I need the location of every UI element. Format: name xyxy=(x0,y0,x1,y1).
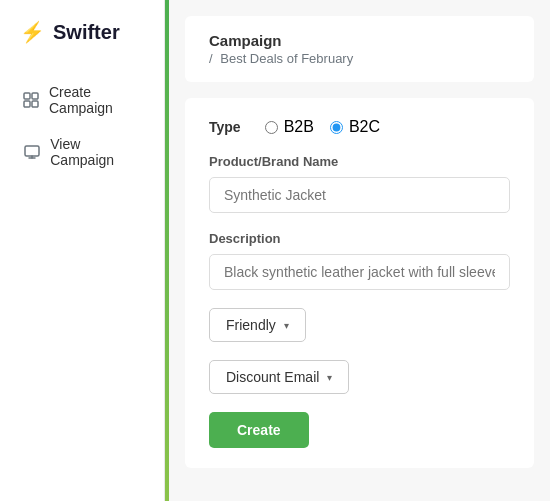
logo-icon: ⚡ xyxy=(20,20,45,44)
radio-b2c-label: B2C xyxy=(349,118,380,136)
tone-dropdown-arrow-icon: ▾ xyxy=(284,320,289,331)
radio-b2b[interactable]: B2B xyxy=(265,118,314,136)
tone-dropdown-container: Friendly ▾ xyxy=(209,308,510,342)
type-row: Type B2B B2C xyxy=(209,118,510,136)
svg-rect-2 xyxy=(24,101,30,107)
radio-b2c-input[interactable] xyxy=(330,121,343,134)
sidebar-item-view-campaign[interactable]: View Campaign xyxy=(0,126,164,178)
grid-icon xyxy=(23,91,39,109)
tone-dropdown-label: Friendly xyxy=(226,317,276,333)
monitor-icon xyxy=(23,143,40,161)
sidebar-item-create-campaign[interactable]: Create Campaign xyxy=(0,74,164,126)
create-button[interactable]: Create xyxy=(209,412,309,448)
product-brand-input[interactable] xyxy=(209,177,510,213)
main-content: Campaign / Best Deals of February Type B… xyxy=(169,0,550,501)
breadcrumb-separator: / xyxy=(209,51,213,66)
radio-b2b-input[interactable] xyxy=(265,121,278,134)
breadcrumb-sub: / Best Deals of February xyxy=(209,51,510,66)
form-card: Type B2B B2C Product/Brand Name Descript… xyxy=(185,98,534,468)
email-type-dropdown[interactable]: Discount Email ▾ xyxy=(209,360,349,394)
breadcrumb-sub-text: Best Deals of February xyxy=(220,51,353,66)
radio-b2c[interactable]: B2C xyxy=(330,118,380,136)
svg-rect-1 xyxy=(32,93,38,99)
sidebar-item-create-campaign-label: Create Campaign xyxy=(49,84,144,116)
svg-rect-0 xyxy=(24,93,30,99)
create-button-container: Create xyxy=(209,412,510,448)
radio-b2b-label: B2B xyxy=(284,118,314,136)
svg-rect-3 xyxy=(32,101,38,107)
email-type-dropdown-container: Discount Email ▾ xyxy=(209,360,510,394)
type-label: Type xyxy=(209,119,241,135)
create-button-label: Create xyxy=(237,422,281,438)
description-input[interactable] xyxy=(209,254,510,290)
product-brand-group: Product/Brand Name xyxy=(209,154,510,213)
email-type-dropdown-arrow-icon: ▾ xyxy=(327,372,332,383)
breadcrumb: Campaign / Best Deals of February xyxy=(185,16,534,82)
logo-text: Swifter xyxy=(53,21,120,44)
logo: ⚡ Swifter xyxy=(0,20,164,74)
type-radio-group: B2B B2C xyxy=(265,118,380,136)
product-brand-label: Product/Brand Name xyxy=(209,154,510,169)
sidebar-item-view-campaign-label: View Campaign xyxy=(50,136,144,168)
description-label: Description xyxy=(209,231,510,246)
svg-rect-4 xyxy=(25,146,39,156)
email-type-dropdown-label: Discount Email xyxy=(226,369,319,385)
description-group: Description xyxy=(209,231,510,290)
tone-dropdown[interactable]: Friendly ▾ xyxy=(209,308,306,342)
breadcrumb-title: Campaign xyxy=(209,32,510,49)
sidebar: ⚡ Swifter Create Campaign View Campaign xyxy=(0,0,165,501)
